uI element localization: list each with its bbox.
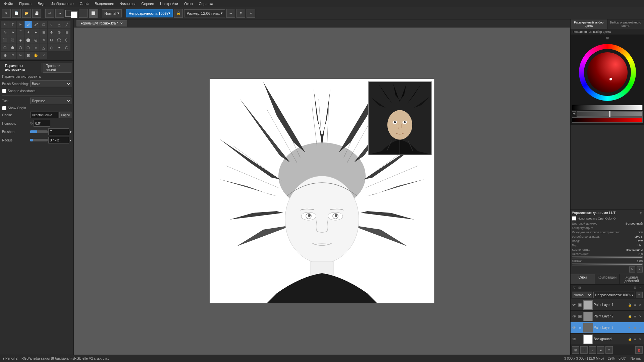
- tool-pan[interactable]: ✋: [32, 52, 40, 59]
- tool-select-outline[interactable]: ⊡: [48, 36, 55, 44]
- layer-lock-1[interactable]: 🔒: [627, 303, 632, 307]
- exposure-slider[interactable]: [572, 256, 643, 258]
- radius-slider[interactable]: [30, 139, 48, 141]
- layer-up-btn[interactable]: ∧: [597, 346, 604, 354]
- tool-arrow[interactable]: ↖: [2, 9, 11, 18]
- mirror-v[interactable]: ⇕: [236, 9, 245, 18]
- layer-settings-icon[interactable]: ⊞: [633, 285, 637, 290]
- tool-crop[interactable]: ✂: [17, 21, 24, 28]
- type-select[interactable]: Перенос: [30, 98, 71, 104]
- layer-delete-3[interactable]: ✕: [638, 325, 643, 330]
- gradient-btn-left[interactable]: ◀: [572, 111, 576, 115]
- tool-select-poly[interactable]: ⬡: [63, 36, 70, 44]
- layer-list-icon[interactable]: ≡: [638, 285, 643, 290]
- tool-redo[interactable]: ↪: [55, 9, 64, 18]
- origin-input[interactable]: Перемещение: [30, 112, 58, 118]
- tool-paint[interactable]: 🖊: [32, 21, 40, 28]
- layer-vis-bg[interactable]: 👁: [572, 337, 577, 342]
- color-ring[interactable]: [579, 44, 636, 101]
- gamma-slider[interactable]: [572, 263, 643, 265]
- menu-selection[interactable]: Выделение: [92, 1, 117, 6]
- gradient-bar-main[interactable]: [577, 111, 643, 117]
- tab-specific-color[interactable]: Выбор определённого цвета: [607, 19, 644, 29]
- color-bg[interactable]: [71, 11, 77, 18]
- color-gradient-square[interactable]: [587, 52, 628, 93]
- layer-alpha-bg[interactable]: α: [633, 337, 637, 342]
- canvas-tab-item[interactable]: король шут горшок.kra * ✕: [76, 20, 127, 26]
- menu-view[interactable]: Вид: [35, 1, 47, 6]
- layer-lock-2[interactable]: 🔒: [627, 314, 632, 319]
- mirror-h[interactable]: ⇔: [226, 9, 235, 18]
- tool-contiguous-sel[interactable]: ⬢: [9, 44, 16, 51]
- tool-perspective[interactable]: △: [40, 44, 47, 51]
- menu-service[interactable]: Сервис: [139, 1, 157, 6]
- layer-filter2-icon[interactable]: ⊡: [577, 285, 582, 290]
- layer-alpha-3[interactable]: α: [633, 325, 637, 330]
- tool-text[interactable]: T: [9, 21, 16, 28]
- layer-delete-2[interactable]: ✕: [638, 314, 643, 319]
- lut-edit-btn[interactable]: ✎: [629, 266, 635, 273]
- radius-input[interactable]: [48, 137, 69, 143]
- layer-vis-2[interactable]: 👁: [572, 314, 577, 319]
- tool-sampler[interactable]: ✂: [17, 52, 24, 59]
- layer-properties-btn[interactable]: ≡: [605, 346, 613, 354]
- tool-hand[interactable]: ☜: [40, 52, 47, 59]
- tool-select-similar[interactable]: ⬡: [17, 44, 24, 51]
- brush-smoothing-select[interactable]: Basic: [30, 80, 71, 87]
- opencolorio-checkbox[interactable]: [572, 216, 576, 221]
- tool-path[interactable]: ⤷: [9, 28, 16, 36]
- snap-checkbox[interactable]: [2, 89, 6, 93]
- menu-file[interactable]: Файл: [1, 1, 16, 6]
- tab-extended-color[interactable]: Расширенный выбор цвета: [571, 19, 607, 29]
- rotation-input[interactable]: [34, 120, 50, 127]
- lut-add-btn[interactable]: +: [637, 266, 643, 273]
- layer-lock-bg[interactable]: 🔒: [627, 337, 632, 342]
- brushes-slider[interactable]: [30, 130, 48, 133]
- brush-preview[interactable]: [79, 9, 88, 18]
- blend-mode-dropdown[interactable]: Normal ▾: [102, 9, 122, 17]
- tool-select-path[interactable]: ⬡: [1, 44, 9, 51]
- gradient-handle[interactable]: [609, 111, 610, 117]
- menu-edit[interactable]: Правка: [16, 1, 34, 6]
- layer-delete-btn[interactable]: 🗑: [635, 346, 643, 354]
- compositions-tab[interactable]: Композиции: [595, 274, 620, 284]
- size-control[interactable]: Размер: 12,06 пикс. ▾: [184, 9, 225, 17]
- canvas-tab-close[interactable]: ✕: [120, 21, 123, 25]
- tool-shape[interactable]: ✦: [24, 28, 32, 36]
- tool-poly[interactable]: △: [55, 21, 63, 28]
- layer-delete-1[interactable]: ✕: [638, 303, 643, 307]
- layer-collapse-btn[interactable]: ∨: [589, 346, 596, 354]
- tool-smart-sel[interactable]: ◇: [48, 44, 55, 51]
- tool-gradient[interactable]: ░: [9, 36, 16, 44]
- layer-delete-bg[interactable]: ✕: [638, 337, 643, 342]
- opacity-lock[interactable]: 🔒: [174, 9, 183, 18]
- layer-row-bg[interactable]: 👁 Background 🔒 α ✕: [571, 334, 644, 345]
- layer-vis-3[interactable]: 👁: [572, 325, 577, 330]
- tool-ruler[interactable]: ⌑: [9, 52, 16, 59]
- tool-extra[interactable]: ✦: [247, 9, 255, 18]
- layer-vis-1[interactable]: 👁: [572, 303, 577, 307]
- brushes-input[interactable]: [48, 128, 69, 135]
- tool-save[interactable]: 💾: [32, 9, 41, 18]
- layer-alpha-1[interactable]: α: [633, 303, 637, 307]
- layer-add-btn[interactable]: +: [580, 346, 588, 354]
- tool-transform[interactable]: ⊞: [40, 28, 47, 36]
- gradient-bar-color[interactable]: [572, 117, 643, 123]
- tool-line[interactable]: ╱: [63, 21, 70, 28]
- tool-colorize[interactable]: ⬤: [24, 36, 32, 44]
- tool-freehand[interactable]: ⌒: [17, 28, 24, 36]
- layer-mode-select[interactable]: Normal: [572, 292, 592, 298]
- tool-assistant[interactable]: ⬡: [63, 44, 70, 51]
- layer-row-3[interactable]: 👁 Paint Layer 3 👁 α ✕: [571, 322, 644, 334]
- layer-extra-btn[interactable]: ≡: [636, 292, 643, 298]
- tool-fill[interactable]: ⬛: [1, 36, 9, 44]
- tool-select-magnetic[interactable]: ⬡: [24, 44, 32, 51]
- tool-new[interactable]: 📄: [12, 9, 21, 18]
- tool-move[interactable]: ✛: [48, 28, 55, 36]
- brush-preset[interactable]: ⬜: [89, 9, 98, 18]
- tool-undo[interactable]: ↩: [45, 9, 54, 18]
- color-wheel-area[interactable]: [571, 41, 644, 104]
- layer-row-2[interactable]: 👁 Paint Layer 2 🔒 α ✕: [571, 311, 644, 322]
- menu-settings[interactable]: Настройки: [157, 1, 181, 6]
- menu-window[interactable]: Окно: [181, 1, 196, 6]
